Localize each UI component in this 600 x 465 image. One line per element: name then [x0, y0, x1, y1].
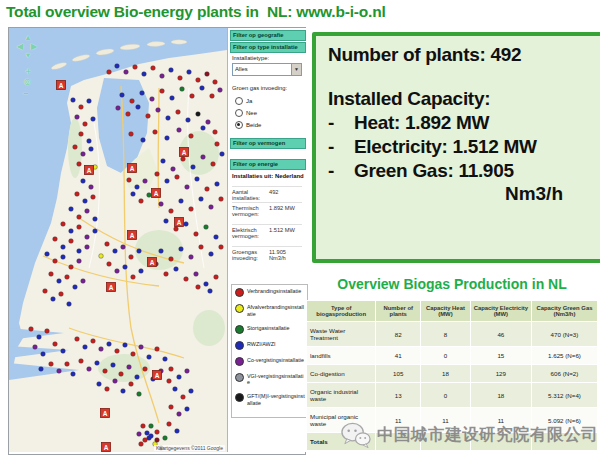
plant-dot-marker[interactable] — [143, 179, 148, 184]
plant-dot-marker[interactable] — [137, 392, 142, 397]
plant-dot-marker[interactable] — [73, 285, 78, 290]
plant-dot-marker[interactable] — [220, 152, 225, 157]
plant-dot-marker[interactable] — [99, 347, 104, 352]
plant-dot-marker[interactable] — [185, 369, 190, 374]
plant-dot-marker[interactable] — [61, 255, 66, 260]
plant-dot-marker[interactable] — [215, 182, 220, 187]
plant-dot-marker[interactable] — [175, 175, 180, 180]
plant-dot-marker[interactable] — [77, 259, 82, 264]
plant-dot-marker[interactable] — [33, 345, 38, 350]
plant-dot-marker[interactable] — [139, 442, 144, 447]
plant-dot-marker[interactable] — [155, 347, 160, 352]
plant-dot-marker[interactable] — [75, 192, 80, 197]
plant-dot-marker[interactable] — [177, 412, 182, 417]
plant-dot-marker[interactable] — [99, 254, 104, 259]
radio-option-nee[interactable]: Nee — [235, 108, 257, 117]
plant-dot-marker[interactable] — [67, 302, 72, 307]
plant-dot-marker[interactable] — [147, 355, 152, 360]
plant-dot-marker[interactable] — [129, 255, 134, 260]
plant-dot-marker[interactable] — [139, 345, 144, 350]
plant-dot-marker[interactable] — [124, 70, 129, 75]
radio-button-icon[interactable] — [235, 121, 243, 129]
plant-dot-marker[interactable] — [214, 235, 219, 240]
plant-dot-marker[interactable] — [210, 94, 215, 99]
plant-dot-marker[interactable] — [57, 279, 62, 284]
plant-dot-marker[interactable] — [209, 205, 214, 210]
plant-dot-marker[interactable] — [189, 134, 194, 139]
cluster-marker[interactable]: A — [128, 164, 137, 173]
plant-dot-marker[interactable] — [204, 282, 209, 287]
plant-dot-marker[interactable] — [135, 185, 140, 190]
pan-left-icon[interactable]: ◀ — [17, 43, 23, 51]
plant-dot-marker[interactable] — [77, 249, 82, 254]
plant-dot-marker[interactable] — [81, 152, 86, 157]
radio-button-icon[interactable] — [235, 97, 243, 105]
plant-dot-marker[interactable] — [213, 80, 218, 85]
plant-dot-marker[interactable] — [77, 225, 82, 230]
plant-dot-marker[interactable] — [65, 275, 70, 280]
plant-dot-marker[interactable] — [141, 424, 146, 429]
plant-dot-marker[interactable] — [87, 99, 92, 104]
plant-dot-marker[interactable] — [69, 229, 74, 234]
plant-dot-marker[interactable] — [205, 72, 210, 77]
plant-dot-marker[interactable] — [115, 269, 120, 274]
plant-dot-marker[interactable] — [105, 242, 110, 247]
zoom-reset-icon[interactable]: ◎ — [24, 78, 31, 86]
plant-dot-marker[interactable] — [191, 165, 196, 170]
plant-dot-marker[interactable] — [61, 222, 66, 227]
cluster-marker[interactable]: A — [102, 443, 111, 452]
plant-dot-marker[interactable] — [79, 105, 84, 110]
plant-dot-marker[interactable] — [59, 292, 64, 297]
plant-dot-marker[interactable] — [171, 167, 176, 172]
cluster-marker[interactable]: A — [153, 371, 162, 380]
plant-dot-marker[interactable] — [155, 430, 160, 435]
plant-dot-marker[interactable] — [69, 265, 74, 270]
plant-dot-marker[interactable] — [53, 237, 58, 242]
plant-dot-marker[interactable] — [160, 74, 165, 79]
plant-dot-marker[interactable] — [151, 66, 156, 71]
plant-dot-marker[interactable] — [219, 245, 224, 250]
plant-dot-marker[interactable] — [189, 207, 194, 212]
pan-up-icon[interactable]: ▲ — [24, 34, 32, 42]
plant-dot-marker[interactable] — [107, 342, 112, 347]
plant-dot-marker[interactable] — [176, 110, 181, 115]
plant-dot-marker[interactable] — [194, 232, 199, 237]
plant-dot-marker[interactable] — [83, 345, 88, 350]
plant-dot-marker[interactable] — [186, 118, 191, 123]
plant-dot-marker[interactable] — [169, 68, 174, 73]
plant-dot-marker[interactable] — [105, 387, 110, 392]
plant-dot-marker[interactable] — [195, 177, 200, 182]
filter-energie-header[interactable]: Filter op energie — [230, 159, 306, 170]
plant-dot-marker[interactable] — [121, 245, 126, 250]
plant-dot-marker[interactable] — [131, 192, 136, 197]
plant-dot-marker[interactable] — [149, 434, 154, 439]
plant-dot-marker[interactable] — [156, 108, 161, 113]
plant-dot-marker[interactable] — [177, 375, 182, 380]
plant-dot-marker[interactable] — [77, 162, 82, 167]
plant-dot-marker[interactable] — [201, 155, 206, 160]
plant-dot-marker[interactable] — [135, 375, 140, 380]
plant-dot-marker[interactable] — [169, 209, 174, 214]
plant-dot-marker[interactable] — [165, 179, 170, 184]
cluster-marker[interactable]: A — [101, 409, 110, 418]
zoom-in-icon[interactable]: ＋ — [23, 66, 33, 76]
plant-dot-marker[interactable] — [165, 136, 170, 141]
plant-dot-marker[interactable] — [163, 357, 168, 362]
plant-dot-marker[interactable] — [129, 382, 134, 387]
plant-dot-marker[interactable] — [119, 372, 124, 377]
plant-dot-marker[interactable] — [139, 199, 144, 204]
plant-dot-marker[interactable] — [81, 179, 86, 184]
plant-dot-marker[interactable] — [211, 162, 216, 167]
plant-dot-marker[interactable] — [49, 272, 54, 277]
select-dropdown-arrow-icon[interactable]: ▼ — [291, 64, 301, 75]
plant-dot-marker[interactable] — [91, 339, 96, 344]
plant-dot-marker[interactable] — [71, 98, 76, 103]
plant-dot-marker[interactable] — [215, 142, 220, 147]
plant-dot-marker[interactable] — [83, 122, 88, 127]
plant-dot-marker[interactable] — [89, 185, 94, 190]
plant-dot-marker[interactable] — [187, 70, 192, 75]
plant-dot-marker[interactable] — [115, 349, 120, 354]
plant-dot-marker[interactable] — [85, 235, 90, 240]
plant-dot-marker[interactable] — [79, 359, 84, 364]
plant-dot-marker[interactable] — [75, 337, 80, 342]
